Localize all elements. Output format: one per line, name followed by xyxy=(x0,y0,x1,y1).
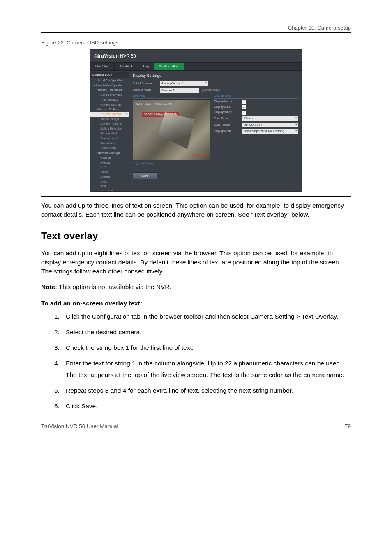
step-text: Enter the text for string 1 in the colum… xyxy=(66,360,341,367)
content-pane: Display Settings Select Camera: Analog C… xyxy=(129,71,302,190)
step-6: 6.Click Save. xyxy=(41,402,351,411)
dropdown[interactable]: 12-hour xyxy=(242,116,298,121)
sidebar-item[interactable]: Camera Settings xyxy=(90,107,129,112)
main-nav: Live View Playback Log Configuration xyxy=(90,62,302,71)
osd-row: Display Name xyxy=(214,100,298,104)
sidebar-item[interactable]: DDNS xyxy=(90,165,129,170)
osd-row: Display Date xyxy=(214,105,298,109)
camera-name-input[interactable] xyxy=(160,88,199,92)
nav-log[interactable]: Log xyxy=(138,63,154,70)
sidebar-item[interactable]: SNMP xyxy=(90,180,129,185)
step-number: 6. xyxy=(54,402,66,411)
sidebar-item[interactable]: Tamper-proof xyxy=(90,136,129,141)
sidebar-item[interactable]: Display Settings xyxy=(90,112,129,117)
step-1: 1.Click the Configuration tab in the bro… xyxy=(41,312,351,321)
osd-row: Time Format12-hour xyxy=(214,116,298,121)
osd-header: OSD Settings xyxy=(214,94,298,99)
sidebar-item[interactable]: Email xyxy=(90,170,129,175)
sidebar-item[interactable]: Time Settings xyxy=(90,97,129,102)
sidebar-item[interactable]: Local Configuration xyxy=(90,78,129,83)
step-text: Click the Configuration tab in the brows… xyxy=(66,313,338,320)
step-4: 4.Enter the text for string 1 in the col… xyxy=(41,359,351,379)
camera-name-note: (Cannot copy) xyxy=(202,88,220,92)
camera-preview[interactable]: 08-17-2012 Fri 03:19:13 PM 8-17-2012 Fri… xyxy=(133,99,210,160)
brand-model: NVR 50 xyxy=(120,53,136,58)
footer-page-number: 79 xyxy=(345,423,351,429)
note-label: Note xyxy=(41,283,55,290)
sidebar-item[interactable]: Network Settings xyxy=(90,151,129,156)
brand-icon: ⎙ xyxy=(95,53,97,59)
osd-label: Date Format xyxy=(214,123,240,127)
osd-label: Display Date xyxy=(214,105,240,109)
sidebar-title: Configuration xyxy=(90,72,129,78)
note-text: : This option is not available via the N… xyxy=(55,283,171,290)
heading-procedure: To add an on-screen overlay text: xyxy=(41,299,351,308)
osd-row: Display Week xyxy=(214,111,298,115)
preview-image-content xyxy=(158,112,195,149)
dropdown[interactable]: MM-DD-YYYY xyxy=(242,123,298,128)
body-paragraph: You can add up to three lines of text on… xyxy=(41,201,351,219)
checkbox[interactable] xyxy=(242,100,246,104)
brand-main: Vision xyxy=(104,53,119,59)
nav-configuration[interactable]: Configuration xyxy=(154,63,184,70)
sidebar: Configuration Local ConfigurationRemote … xyxy=(90,71,129,190)
select-camera-label: Select Camera: xyxy=(133,82,157,86)
checkbox[interactable] xyxy=(242,105,246,109)
step-5: 5.Repeat steps 3 and 4 for each extra li… xyxy=(41,386,351,395)
sidebar-item[interactable]: Device Parameters xyxy=(90,88,129,93)
sidebar-item[interactable]: NetHDD xyxy=(90,175,129,180)
osd-row: Date FormatMM-DD-YYYY xyxy=(214,123,298,128)
heading-text-overlay: Text overlay xyxy=(41,229,351,243)
footer-doc-title: TruVision NVR 50 User Manual xyxy=(41,423,118,429)
sidebar-item[interactable]: Text Overlay xyxy=(90,146,129,151)
osd-label: Display Name xyxy=(214,100,240,104)
step-text: Click Save. xyxy=(66,402,98,409)
osd-label: Display Week xyxy=(214,111,240,114)
sidebar-item[interactable]: Device Informatio xyxy=(90,93,129,98)
sidebar-item[interactable]: Remote Configuration xyxy=(90,83,129,88)
chapter-heading: Chapter 10: Camera setup xyxy=(41,25,351,31)
sidebar-item[interactable]: Video Settings xyxy=(90,117,129,122)
body-paragraph: You can add up to eight lines of text on… xyxy=(41,249,351,276)
dropdown[interactable]: Non-transparent & Not Flashing xyxy=(242,129,298,134)
copy-to-camera[interactable]: Copy to Camera xyxy=(133,162,295,166)
sidebar-item[interactable]: Privacy Mask xyxy=(90,132,129,136)
sidebar-item[interactable]: PPPOE xyxy=(90,160,129,165)
sidebar-item[interactable]: General xyxy=(90,155,129,160)
osd-row: Display ModeNon-transparent & Not Flashi… xyxy=(214,129,298,134)
body-paragraph-note: Note: This option is not available via t… xyxy=(41,282,351,291)
step-number: 3. xyxy=(54,343,66,352)
step-2: 2.Select the desired camera. xyxy=(41,328,351,337)
sidebar-item[interactable]: FTP xyxy=(90,185,129,190)
live-view-header: Live View xyxy=(133,94,209,99)
sidebar-item[interactable]: More Settings xyxy=(90,190,129,191)
checkbox[interactable] xyxy=(242,111,246,115)
osd-label: Display Mode xyxy=(214,130,240,133)
sidebar-item[interactable]: Holiday Settings xyxy=(90,102,129,107)
step-text-cont: The text appears at the top of the live … xyxy=(66,370,351,379)
step-text: Check the string box 1 for the first lin… xyxy=(66,344,194,351)
page-title: Display Settings xyxy=(133,72,298,79)
save-button[interactable]: Save xyxy=(133,172,157,179)
screenshot-app: ⎙truVision NVR 50 Live View Playback Log… xyxy=(90,50,302,191)
select-camera-dropdown[interactable]: Analog Camera 1 xyxy=(160,81,208,86)
camera-name-label: Camera Name: xyxy=(133,88,157,92)
step-number: 5. xyxy=(54,386,66,395)
sidebar-item[interactable]: Record Schedule xyxy=(90,122,129,127)
nav-playback[interactable]: Playback xyxy=(115,63,138,70)
preview-camera-label[interactable]: Camera 04 xyxy=(192,154,206,157)
brand: ⎙truVision NVR 50 xyxy=(90,50,302,62)
figure-caption: Figure 22: Camera OSD settings xyxy=(41,39,351,46)
step-number: 4. xyxy=(54,359,66,368)
step-text: Repeat steps 3 and 4 for each extra line… xyxy=(66,387,293,394)
osd-label: Time Format xyxy=(214,117,240,120)
step-3: 3.Check the string box 1 for the first l… xyxy=(41,343,351,352)
step-number: 2. xyxy=(54,328,66,337)
sidebar-item[interactable]: Video Loss xyxy=(90,141,129,146)
sidebar-item[interactable]: Motion Detection xyxy=(90,127,129,132)
step-text: Select the desired camera. xyxy=(66,328,141,335)
nav-live-view[interactable]: Live View xyxy=(90,63,115,70)
brand-prefix: tru xyxy=(97,53,104,59)
step-number: 1. xyxy=(54,312,66,321)
preview-timestamp: 08-17-2012 Fri 03:19:13 PM xyxy=(136,102,173,106)
